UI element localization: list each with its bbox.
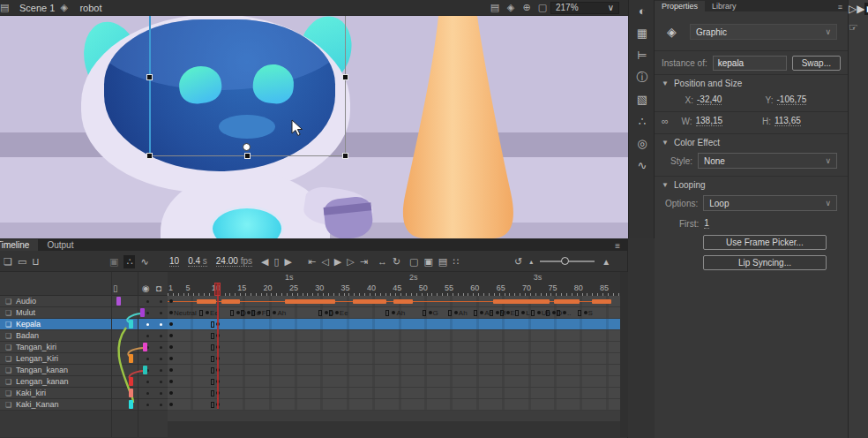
empty-keyframe-rect[interactable] — [578, 310, 581, 316]
timeline-zoom-slider[interactable] — [540, 261, 595, 262]
layer-row-audio[interactable]: ❏Audio — [0, 296, 168, 307]
layer-row-tangan_kiri[interactable]: ❏Tangan_kiri — [0, 342, 168, 353]
hand-tool[interactable]: ☞ — [849, 21, 858, 34]
link-width-height-icon[interactable]: ∞ — [662, 116, 677, 126]
lip-syncing-button[interactable]: Lip Syncing... — [703, 255, 827, 270]
tab-timeline[interactable]: Timeline — [0, 239, 38, 251]
brushes-panel-icon[interactable]: ∴ — [629, 110, 655, 132]
phoneme-label[interactable]: Ah — [277, 309, 286, 317]
keyframe-dot[interactable] — [325, 311, 328, 314]
keyframe-dot[interactable] — [169, 357, 173, 360]
tab-properties[interactable]: Properties — [655, 1, 705, 11]
edit-scene-icon[interactable]: ▤ — [487, 2, 503, 13]
center-frame-icon[interactable]: ⊕ — [519, 2, 535, 13]
clip-content-icon[interactable]: ▢ — [535, 2, 550, 13]
use-frame-picker-button[interactable]: Use Frame Picker... — [703, 235, 827, 250]
layer-lock-dot[interactable] — [160, 404, 162, 406]
layer-row-lengan_kiri[interactable]: ❏Lengan_Kiri — [0, 353, 168, 365]
empty-keyframe-rect[interactable] — [251, 310, 255, 316]
empty-keyframe-rect[interactable] — [211, 402, 214, 408]
zoom-in-frames-icon[interactable]: ▲ — [602, 257, 610, 267]
frames-row-tangan_kiri[interactable] — [168, 342, 620, 353]
layer-lock-dot[interactable] — [160, 346, 162, 349]
transformation-point[interactable] — [243, 143, 251, 151]
frames-row-mulut[interactable]: NeutralEeDEeFAhDEeAhGAhAhMELUhD..S — [168, 307, 620, 319]
x-value[interactable]: -32,40 — [697, 94, 722, 105]
keyframe-dot[interactable] — [169, 380, 173, 383]
frame-ruler-numbers[interactable]: 1510152025303540455055606570758085 — [168, 283, 620, 296]
stage-canvas[interactable] — [0, 16, 628, 238]
layer-visibility-dot[interactable] — [146, 323, 149, 326]
motion-editor-icon[interactable]: ∿ — [629, 155, 655, 177]
empty-keyframe-rect[interactable] — [557, 310, 560, 316]
layer-visibility-dot[interactable] — [146, 300, 149, 303]
layer-lock-dot[interactable] — [160, 335, 162, 337]
delete-layer-icon[interactable]: ⊔ — [32, 256, 40, 268]
empty-keyframe-rect[interactable] — [329, 310, 333, 316]
empty-keyframe-rect[interactable] — [241, 310, 244, 316]
layer-visibility-dot[interactable] — [146, 381, 149, 383]
keyframe-dot[interactable] — [496, 311, 499, 314]
layer-lock-dot[interactable] — [160, 392, 162, 395]
layer-visibility-dot[interactable] — [146, 335, 149, 337]
modify-markers-icon[interactable]: ∷ — [453, 256, 459, 268]
color-effect-section-header[interactable]: ▼ Color Effect — [655, 133, 848, 147]
keyframe-dot[interactable] — [258, 311, 261, 314]
w-value[interactable]: 138,15 — [696, 116, 723, 126]
keyframe-dot[interactable] — [169, 345, 173, 349]
step-forward-icon[interactable]: ▶ — [285, 256, 292, 268]
keyframe-dot[interactable] — [392, 311, 395, 314]
graph-view-icon[interactable]: ∿ — [140, 256, 148, 268]
elapsed-time-counter[interactable]: 0.4 s — [188, 256, 207, 267]
stage-zoom-select[interactable]: 217% ∨ — [550, 2, 619, 14]
breadcrumb-symbol[interactable]: robot — [79, 3, 101, 13]
layer-row-kaki_kanan[interactable]: ❏Kaki_Kanan — [0, 399, 168, 411]
phoneme-label[interactable]: F — [262, 309, 266, 317]
loop-options-select[interactable]: Loop ∨ — [703, 195, 837, 211]
swatches-panel-icon[interactable]: ▦ — [629, 22, 655, 44]
empty-keyframe-rect[interactable] — [211, 356, 214, 362]
empty-keyframe-rect[interactable] — [515, 310, 519, 316]
selection-handle-right-mid[interactable] — [342, 74, 348, 80]
parent-chip[interactable] — [129, 377, 133, 386]
layer-lock-dot[interactable] — [160, 323, 162, 326]
empty-keyframe-rect[interactable] — [531, 310, 535, 316]
frames-row-kaki_kanan[interactable] — [168, 399, 620, 411]
empty-keyframe-rect[interactable] — [448, 310, 452, 316]
prev-frame-icon[interactable]: ◁ — [321, 256, 328, 268]
empty-keyframe-rect[interactable] — [266, 310, 270, 316]
empty-keyframe-rect[interactable] — [546, 310, 550, 316]
next-frame-icon[interactable]: ▷ — [347, 256, 354, 268]
keyframe-dot[interactable] — [537, 311, 541, 314]
style-select[interactable]: None ∨ — [698, 153, 837, 169]
keyframe-dot[interactable] — [169, 334, 173, 337]
breadcrumb-scene[interactable]: Scene 1 — [19, 3, 55, 13]
keyframe-dot[interactable] — [335, 311, 339, 314]
layer-visibility-dot[interactable] — [146, 404, 149, 406]
phoneme-label[interactable]: .. — [567, 309, 571, 317]
new-folder-icon[interactable]: ▭ — [18, 256, 26, 268]
keyframe-dot[interactable] — [273, 311, 276, 314]
zoom-out-frames-icon[interactable]: ▴ — [529, 258, 533, 266]
frame-rate-counter[interactable]: 24.00 fps — [216, 256, 252, 267]
selection-handle-left-mid[interactable] — [146, 74, 153, 80]
keyframe-dot[interactable] — [169, 368, 173, 372]
layer-visibility-dot[interactable] — [146, 358, 149, 360]
empty-keyframe-rect[interactable] — [211, 379, 214, 385]
frames-row-lengan_kiri[interactable] — [168, 353, 620, 365]
parent-chip[interactable] — [143, 343, 147, 351]
keyframe-dot[interactable] — [169, 311, 173, 314]
parent-chip[interactable] — [129, 354, 133, 363]
asset-warp-tool[interactable]: ► — [864, 3, 868, 15]
selection-bounding-box[interactable] — [149, 16, 346, 156]
tab-output[interactable]: Output — [38, 239, 82, 251]
frames-row-audio[interactable] — [168, 296, 620, 307]
show-parenting-view-icon[interactable]: ∴ — [123, 255, 135, 268]
zoom-slider-knob[interactable] — [561, 257, 569, 265]
layer-visibility-dot[interactable] — [146, 392, 149, 395]
loop-playback-icon[interactable]: ↻ — [393, 256, 400, 268]
align-panel-icon[interactable]: ⊨ — [629, 44, 655, 66]
parent-chip[interactable] — [116, 297, 121, 306]
frames-area[interactable]: 1s2s3s 151015202530354045505560657075808… — [168, 272, 620, 437]
layer-row-kepala[interactable]: ❏Kepala — [0, 319, 168, 330]
